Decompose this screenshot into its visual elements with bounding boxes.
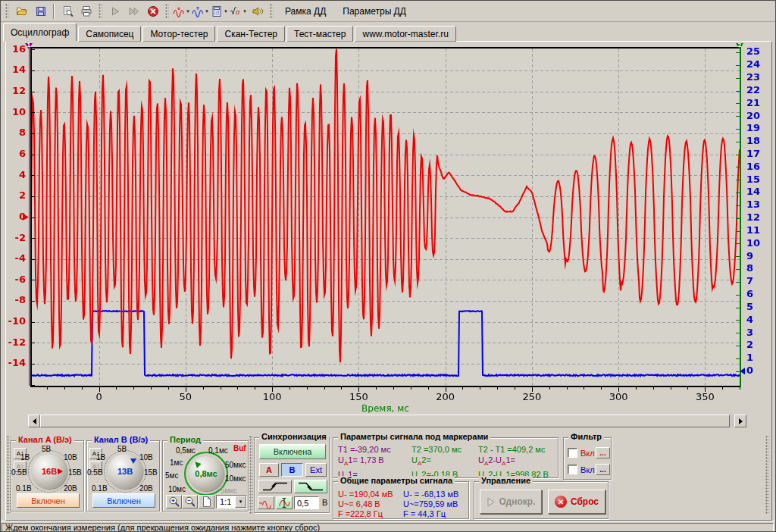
filter-more-button[interactable]: ... [596,447,610,458]
marker-param-value: T2 - T1 =409,2 мс [478,444,549,455]
oscilloscope-app: { "toolbar": { "items": [ {"type":"grip"… [0,0,776,532]
math-menu-button[interactable]: α▼ [229,2,248,20]
filter-checkbox[interactable] [568,465,577,474]
print-button[interactable] [77,2,95,20]
knob-scale-label: 10мкс [225,474,246,483]
tab-website[interactable]: www.motor-master.ru [355,26,455,42]
single-shot-button[interactable]: Однокр. [480,490,542,514]
sound-button[interactable] [248,2,267,20]
wave-a-icon [173,5,185,17]
channel-b-menu-button[interactable]: ▼ [191,2,210,20]
filter-label: Вкл [580,449,594,458]
chevron-down-icon: ▼ [205,9,209,14]
dd-frame-button[interactable]: Рамка ДД [277,3,334,20]
zoom-out-button[interactable] [182,495,198,509]
knob-scale-label: 20В [64,484,77,493]
filter-label: Вкл [580,465,594,474]
new-page-button[interactable] [199,495,214,509]
status-text: Ждем окончания измерения (для прекращени… [2,523,774,532]
knob-scale-label: 0.1В [16,484,32,493]
period-group: Период Buf 0,8мс 0,5мс0,1мс1мс50мкс5мс10… [162,440,249,512]
calculator-icon [211,5,223,17]
toolbar-grip [165,4,169,19]
channel-a-menu-button[interactable]: ▼ [172,2,191,20]
sync-level-input[interactable] [294,496,319,509]
channel-a-power-button[interactable]: Включен [17,493,80,508]
tab-test-master[interactable]: Тест-мастер [286,26,353,42]
knob-scale-label: 1мс [170,458,183,467]
buffer-label: Buf [233,444,246,452]
channel-b-power-button[interactable]: Включен [92,493,155,508]
knob-scale-label: 1В [96,453,105,462]
calculator-menu-button[interactable]: ▼ [210,2,229,20]
start-button[interactable] [105,2,124,20]
stop-button[interactable] [143,2,162,20]
channel-b-knob[interactable]: 13В [108,454,142,489]
knob-scale-label: 15В [68,468,82,477]
scrollbar-thumb[interactable] [40,415,730,427]
filter-title: Фильтр [568,432,604,442]
zoom-ratio-dropdown[interactable]: 1:1 ▼ [216,495,247,509]
wave-b-icon [192,5,204,17]
knob-scale-label: 10В [139,453,153,462]
knob-scale-label: 5мс [165,471,178,480]
save-button[interactable] [31,2,50,20]
sync-source-b-button[interactable]: B [281,463,303,477]
knob-scale-label: 20В [139,484,153,493]
knob-pointer-icon [130,458,136,464]
control-panel: Канал A (В/э) A↕ A↕ 16В 5В10В15В20В1В0.5… [7,430,771,521]
sync-source-ext-button[interactable]: Ext [305,463,327,477]
save-icon [35,5,47,17]
stop-icon [147,5,159,17]
tab-oscillograph[interactable]: Осциллограф [3,23,77,42]
sync-group: Синхронизация Включена A B Ext В [254,437,330,513]
tab-recorder[interactable]: Самописец [78,26,141,42]
print-preview-button[interactable] [58,2,77,20]
reset-button[interactable]: ✕ Сброс [548,490,605,514]
common-param-value: F =222,8 Гц [338,509,393,519]
reset-label: Сброс [571,496,599,507]
knob-scale-label: 0.5В [87,468,103,477]
zoom-in-button[interactable] [166,495,182,509]
control-group: Управление Однокр. ✕ Сброс [474,481,609,519]
dd-params-button[interactable]: Параметры ДД [334,3,415,20]
knob-scale-label: 5В [117,445,127,453]
level-trigger-button[interactable] [276,496,293,509]
knob-scale-label: 1В [20,453,30,462]
sync-source-a-button[interactable]: A [259,463,279,477]
common-params-group: Общие параметры сигнала U- =190,04 мВU~=… [333,481,469,519]
scroll-left-button[interactable] [28,415,40,427]
sound-icon [252,5,264,17]
common-param-value: F = 44,3 Гц [403,509,458,519]
period-knob[interactable]: 0,8мс [189,456,224,491]
open-button[interactable] [12,2,31,20]
free-run-trigger-button[interactable] [258,496,274,509]
knob-scale-label: 15В [144,468,158,477]
filter-checkbox[interactable] [568,448,577,458]
tab-scan-tester[interactable]: Скан-Тестер [217,26,285,42]
sync-state-button[interactable]: Включена [259,444,326,459]
filter-more-button[interactable]: ... [596,464,610,475]
tab-motor-tester[interactable]: Мотор-тестер [142,26,215,42]
free-run-trigger-icon [258,496,274,509]
channel-a-knob[interactable]: 16В [32,454,67,489]
falling-edge-button[interactable] [294,480,327,493]
toolbar-grip [5,4,9,19]
zoom-ratio-value: 1:1 [220,497,231,506]
left-arrow-icon [30,418,36,424]
scroll-right-button[interactable] [734,415,746,427]
reset-x-icon: ✕ [555,496,567,508]
svg-text:α: α [236,8,240,16]
chevron-down-icon: ▼ [235,496,246,508]
oscilloscope-plot[interactable] [7,43,768,413]
marker-params-title: Параметры сигнала под маркерами [338,432,490,442]
knob-scale-label: 0.5В [11,468,27,477]
rising-edge-button[interactable] [258,480,292,493]
knob-scale-label: 50мкс [225,461,246,469]
common-params-channel-a: U- =190,04 мВU~= 6,48 ВF =222,8 Гц [338,490,393,519]
fast-start-button[interactable] [124,2,143,20]
chevron-down-icon: ▼ [224,9,228,14]
common-param-value: U~=759,59 мВ [403,499,458,509]
channel-b-group: Канал B (В/э) A↕ A↕ 13В 5В10В15В20В1В0.5… [86,440,160,512]
status-bar: Ждем окончания измерения (для прекращени… [1,521,775,532]
